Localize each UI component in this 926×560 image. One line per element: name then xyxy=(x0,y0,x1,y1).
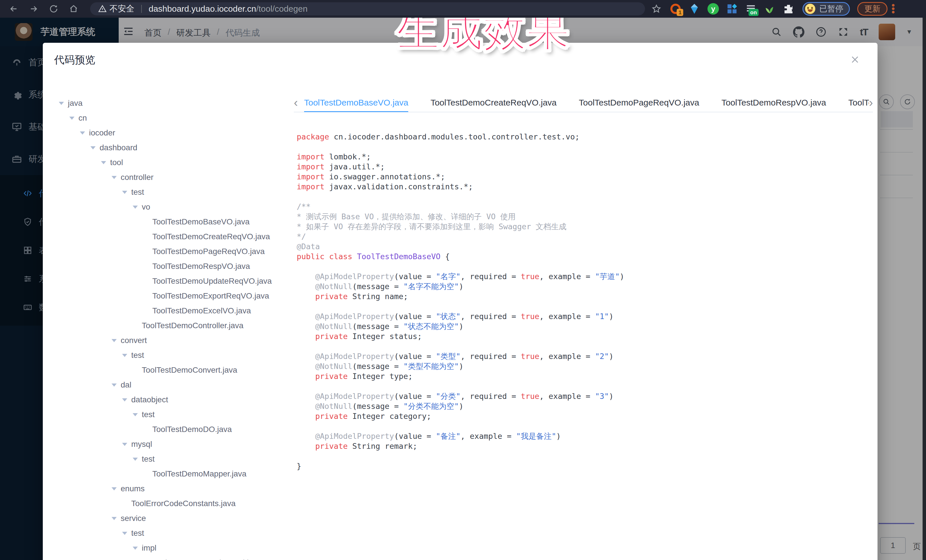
tree-node-file[interactable]: ToolTestDemoUpdateReqVO.java xyxy=(57,274,291,288)
file-tabs: ToolTestDemoBaseVO.javaToolTestDemoCreat… xyxy=(304,93,869,112)
tree-node-file[interactable]: ToolTestDemoController.java xyxy=(57,318,291,333)
tree-node-folder[interactable]: dataobject xyxy=(57,392,291,407)
tree-node-folder[interactable]: test xyxy=(57,526,291,540)
tree-caret-icon[interactable] xyxy=(68,116,79,120)
tree-caret-icon[interactable] xyxy=(120,443,131,446)
reload-icon[interactable] xyxy=(47,3,60,15)
tab-2[interactable]: ToolTestDemoPageReqVO.java xyxy=(579,93,699,112)
tree-node-file[interactable]: ToolTestDemoConvert.java xyxy=(57,363,291,377)
profile-emoji-icon xyxy=(805,4,815,14)
tree-caret-icon[interactable] xyxy=(110,176,121,179)
code-line: import lombok.*; xyxy=(297,152,872,162)
tree-caret-icon[interactable] xyxy=(131,413,142,416)
tree-node-folder[interactable]: enums xyxy=(57,481,291,496)
code-line: * 测试示例 Base VO，提供给添加、修改、详细的子 VO 使用 xyxy=(297,211,872,222)
tree-node-folder[interactable]: vo xyxy=(57,199,291,214)
tree-node-file[interactable]: ToolErrorCodeConstants.java xyxy=(57,496,291,511)
tree-node-file[interactable]: ToolTestDemoMapper.java xyxy=(57,466,291,481)
code-line xyxy=(297,261,872,272)
tree-node-file[interactable]: ToolTestDemoExcelVO.java xyxy=(57,303,291,318)
tree-caret-icon[interactable] xyxy=(120,354,131,357)
profile-label: 已暂停 xyxy=(819,3,843,14)
tree-node-folder[interactable]: tool xyxy=(57,155,291,170)
back-icon[interactable] xyxy=(8,3,20,15)
tree-caret-icon[interactable] xyxy=(110,517,121,520)
tree-node-folder[interactable]: dashboard xyxy=(57,140,291,155)
extension-on-badge: on xyxy=(749,9,758,16)
tab-0[interactable]: ToolTestDemoBaseVO.java xyxy=(304,93,408,112)
tree-caret-icon[interactable] xyxy=(78,131,89,134)
code-line: package cn.iocoder.dashboard.modules.too… xyxy=(297,132,872,142)
tree-caret-icon[interactable] xyxy=(110,339,121,342)
tree-node-file[interactable]: ToolTestDemoExportReqVO.java xyxy=(57,288,291,303)
tree-caret-icon[interactable] xyxy=(131,457,142,461)
prev-tab-arrow-icon[interactable]: ‹ xyxy=(294,97,298,109)
browser-menu-icon[interactable]: ••• xyxy=(891,4,895,14)
extension-grid-icon[interactable] xyxy=(726,3,738,15)
tree-caret-icon[interactable] xyxy=(57,102,68,105)
tree-node-folder[interactable]: mysql xyxy=(57,437,291,452)
code-content: package cn.iocoder.dashboard.modules.too… xyxy=(297,132,872,560)
tree-node-folder[interactable]: service xyxy=(57,511,291,526)
tree-node-file[interactable]: ToolTestDemoServiceImpl.java xyxy=(57,555,291,560)
tree-node-file[interactable]: ToolTestDemoBaseVO.java xyxy=(57,214,291,229)
tree-node-folder[interactable]: java xyxy=(57,96,291,111)
extension-leaf-icon[interactable] xyxy=(764,3,776,15)
tree-caret-icon[interactable] xyxy=(120,532,131,535)
security-warning-icon[interactable] xyxy=(98,5,109,13)
tree-node-file[interactable]: ToolTestDemoCreateReqVO.java xyxy=(57,229,291,244)
tree-node-label: java xyxy=(68,99,82,108)
forward-icon[interactable] xyxy=(27,3,40,15)
tree-node-file[interactable]: ToolTestDemoDO.java xyxy=(57,422,291,437)
tree-node-folder[interactable]: convert xyxy=(57,333,291,348)
tab-4[interactable]: ToolTe xyxy=(849,93,869,112)
extension-puzzle-icon[interactable] xyxy=(782,3,794,15)
extension-y-icon[interactable]: y xyxy=(707,3,719,15)
tree-node-folder[interactable]: iocoder xyxy=(57,125,291,140)
tree-node-label: ToolTestDemoConvert.java xyxy=(142,365,238,375)
bookmark-star-icon[interactable] xyxy=(650,3,663,15)
tree-caret-icon[interactable] xyxy=(131,205,142,209)
tree-caret-icon[interactable] xyxy=(131,546,142,550)
tree-node-folder[interactable]: test xyxy=(57,452,291,466)
tree-node-folder[interactable]: test xyxy=(57,185,291,199)
next-tab-arrow-icon[interactable]: › xyxy=(869,97,873,109)
close-icon[interactable] xyxy=(850,55,861,66)
url-path[interactable]: /tool/codegen xyxy=(256,4,307,14)
tree-node-label: ToolTestDemoServiceImpl.java xyxy=(152,558,262,560)
tree-caret-icon[interactable] xyxy=(110,383,121,386)
tree-caret-icon[interactable] xyxy=(89,146,100,149)
tree-node-folder[interactable]: test xyxy=(57,348,291,363)
browser-update-button[interactable]: 更新 xyxy=(857,2,888,16)
address-bar[interactable]: 不安全 dashboard.yudao.iocoder.cn /tool/cod… xyxy=(90,2,645,15)
tab-1[interactable]: ToolTestDemoCreateReqVO.java xyxy=(430,93,557,112)
code-preview-modal: 代码预览 javacniocoderdashboardtoolcontrolle… xyxy=(43,43,878,560)
tree-node-folder[interactable]: controller xyxy=(57,170,291,185)
tree-node-folder[interactable]: cn xyxy=(57,111,291,125)
browser-profile-chip[interactable]: 已暂停 xyxy=(802,2,850,16)
tree-node-file[interactable]: ToolTestDemoPageReqVO.java xyxy=(57,244,291,259)
tree-caret-icon[interactable] xyxy=(110,487,121,491)
tree-node-label: dashboard xyxy=(100,143,137,152)
tree-caret-icon[interactable] xyxy=(120,191,131,194)
extension-list-icon[interactable]: on xyxy=(745,3,757,15)
extension-gem-icon[interactable] xyxy=(688,3,701,15)
extension-orange-icon[interactable]: 1 xyxy=(670,3,681,15)
home-icon[interactable] xyxy=(67,3,80,15)
tree-caret-icon[interactable] xyxy=(120,398,131,402)
code-line: } xyxy=(297,461,872,471)
code-line: private Integer type; xyxy=(297,371,872,381)
code-line xyxy=(297,341,872,351)
tree-node-label: ToolTestDemoRespVO.java xyxy=(152,262,250,271)
tree-node-label: convert xyxy=(121,336,147,345)
tree-node-folder[interactable]: dal xyxy=(57,377,291,392)
tree-caret-icon[interactable] xyxy=(99,161,110,164)
url-host[interactable]: dashboard.yudao.iocoder.cn xyxy=(148,4,256,14)
tree-node-file[interactable]: ToolTestDemoRespVO.java xyxy=(57,259,291,274)
security-label[interactable]: 不安全 xyxy=(109,3,135,15)
code-line: private String name; xyxy=(297,291,872,301)
tab-3[interactable]: ToolTestDemoRespVO.java xyxy=(722,93,826,112)
tree-node-label: ToolTestDemoPageReqVO.java xyxy=(152,247,265,256)
tree-node-folder[interactable]: impl xyxy=(57,540,291,555)
tree-node-folder[interactable]: test xyxy=(57,407,291,422)
